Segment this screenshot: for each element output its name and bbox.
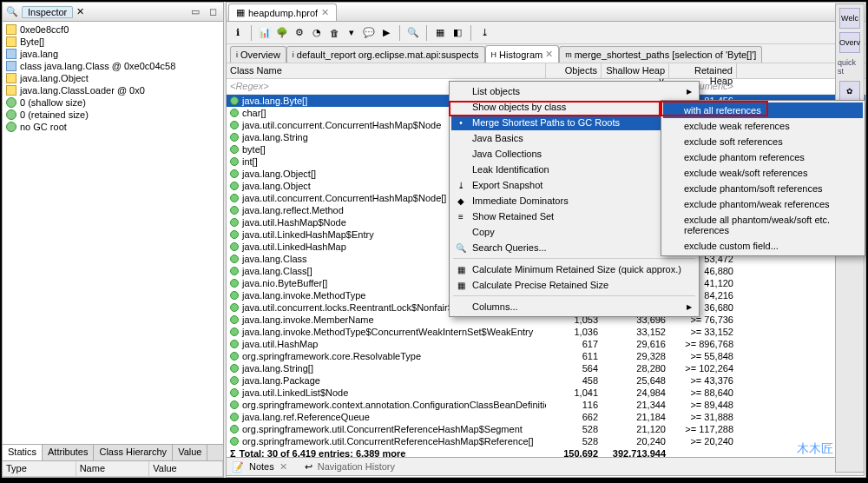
menu-item[interactable]: exclude phantom/soft references	[663, 181, 863, 196]
tree-item[interactable]: 0 (shallow size)	[4, 96, 221, 109]
close-icon[interactable]: ✕	[545, 49, 553, 60]
editor-tab-row: ▦ heapdump.hprof ✕ ▭ ◻	[227, 3, 865, 22]
menu-item[interactable]: exclude weak references	[663, 118, 863, 134]
msg-icon[interactable]: 💬	[361, 25, 377, 41]
chart-icon[interactable]: ◔	[309, 25, 325, 41]
menu-label: Calculate Precise Retained Size	[472, 280, 608, 290]
item-icon	[6, 109, 16, 120]
col-retained[interactable]: Retained Heap	[669, 63, 737, 78]
menu-item[interactable]: ▦Calculate Precise Retained Size	[451, 277, 697, 293]
tree-item[interactable]: 0 (retained size)	[4, 109, 221, 121]
editor-tab[interactable]: ▦ heapdump.hprof ✕	[228, 3, 337, 21]
tree-item[interactable]: 0xe0e8ccf0	[4, 23, 221, 36]
menu-item[interactable]: exclude phantom references	[663, 149, 863, 165]
overview-shortcut[interactable]: Overv	[839, 32, 860, 53]
table-row[interactable]: org.springframework.core.ResolvableType6…	[227, 350, 865, 362]
class-name: java.lang.ref.ReferenceQueue	[242, 412, 370, 422]
grid-icon[interactable]: ▦	[432, 25, 448, 41]
class-icon	[230, 328, 239, 336]
inspector-title[interactable]: Inspector	[22, 6, 73, 18]
table-row[interactable]: java.util.LinkedList$Node1,04124,984>= 8…	[227, 387, 865, 399]
col-shallow[interactable]: Shallow Heap ∨	[602, 63, 669, 78]
tree-item[interactable]: java.lang	[4, 48, 221, 60]
table-header: Class Name Objects Shallow Heap ∨ Retain…	[227, 63, 865, 79]
tab-statics[interactable]: Statics	[3, 445, 43, 460]
threads-icon[interactable]: ⚙	[292, 25, 307, 41]
tab-class hierarchy[interactable]: Class Hierarchy	[94, 445, 173, 460]
tab-attributes[interactable]: Attributes	[43, 445, 94, 460]
col-hdr[interactable]: Name	[76, 461, 150, 476]
tab-notes[interactable]: Notes	[249, 461, 274, 472]
tree-item[interactable]: java.lang.ClassLoader @ 0x0	[4, 84, 221, 96]
tree-icon[interactable]: 🌳	[274, 25, 290, 41]
class-icon	[230, 352, 239, 361]
table-row[interactable]: java.util.HashMap61729,616>= 896,768	[227, 338, 865, 350]
class-name: java.util.concurrent.locks.ReentrantLock…	[242, 302, 469, 313]
run-icon[interactable]: ▶	[378, 25, 394, 41]
col-hdr[interactable]: Value	[149, 461, 223, 476]
trash-icon[interactable]: 🗑	[326, 25, 342, 41]
menu-item[interactable]: exclude phantom/weak references	[663, 196, 863, 212]
menu-item[interactable]: List objects	[451, 83, 697, 99]
class-icon	[230, 303, 239, 312]
item-icon	[6, 97, 16, 108]
table-row[interactable]: org.springframework.util.ConcurrentRefer…	[227, 423, 865, 435]
table-row[interactable]: org.springframework.context.annotation.C…	[227, 399, 865, 411]
class-icon	[230, 96, 239, 105]
class-icon	[230, 206, 239, 215]
menu-item[interactable]: exclude weak/soft references	[663, 165, 863, 181]
search-icon[interactable]: 🔍	[405, 25, 421, 41]
overview-icon[interactable]: ℹ	[230, 25, 246, 41]
sub-tab[interactable]: mmerge_shortest_paths [selection of 'Byt…	[559, 46, 762, 63]
minimize-icon[interactable]: ▭	[188, 5, 202, 19]
tree-item[interactable]: class java.lang.Class @ 0xe0c04c58	[4, 60, 221, 72]
item-icon	[6, 73, 16, 83]
tree-item[interactable]: java.lang.Object	[4, 72, 221, 84]
menu-item[interactable]: with all references	[663, 103, 863, 118]
class-name: org.springframework.util.ConcurrentRefer…	[242, 436, 534, 447]
col-objects[interactable]: Objects	[546, 63, 602, 78]
wizard-icon[interactable]: ▾	[344, 25, 359, 41]
class-icon	[230, 388, 239, 397]
submenu[interactable]: with all referencesexclude weak referenc…	[661, 100, 865, 256]
export-icon[interactable]: ⤓	[477, 25, 492, 41]
maximize-icon[interactable]: ◻	[206, 5, 220, 19]
file-icon: ▦	[236, 7, 245, 18]
table-row[interactable]: org.springframework.util.ConcurrentRefer…	[227, 435, 865, 447]
class-name: java.util.LinkedHashMap	[242, 242, 346, 252]
close-icon[interactable]: ✕	[321, 7, 329, 18]
col-classname[interactable]: Class Name	[227, 63, 546, 78]
menu-icon: ◆	[455, 195, 467, 207]
menu-item[interactable]: ▦Calculate Minimum Retained Size (quick …	[451, 261, 697, 277]
menu-item[interactable]: exclude soft references	[663, 134, 863, 149]
menu-label: Search Queries...	[472, 242, 547, 253]
help-icon[interactable]: ✿	[839, 81, 860, 102]
table-row[interactable]: java.lang.invoke.MethodType$ConcurrentWe…	[227, 326, 865, 338]
tab-value[interactable]: Value	[173, 445, 207, 460]
tab-nav-history[interactable]: Navigation History	[318, 461, 395, 472]
close-icon[interactable]: ✕	[76, 6, 84, 17]
sub-tab[interactable]: HHistogram✕	[485, 45, 560, 63]
table-row[interactable]: java.lang.String[]56428,280>= 102,264	[227, 362, 865, 374]
histogram-icon[interactable]: 📊	[257, 25, 273, 41]
class-icon	[230, 255, 239, 263]
col-hdr[interactable]: Type	[3, 461, 76, 476]
table-row[interactable]: java.lang.ref.ReferenceQueue66221,184>= …	[227, 411, 865, 423]
menu-item[interactable]: Columns...	[451, 299, 697, 314]
welcome-icon[interactable]: Welc	[839, 8, 860, 29]
menu-item[interactable]: exclude custom field...	[663, 238, 863, 254]
watermark: 木木匠	[797, 441, 833, 457]
class-icon	[230, 109, 239, 117]
menu-icon: ▦	[455, 279, 467, 291]
menu-icon: 🔍	[455, 242, 467, 254]
nav-icon[interactable]: ◧	[450, 25, 465, 41]
close-icon[interactable]: ✕	[279, 461, 287, 473]
tree-item[interactable]: Byte[]	[4, 36, 221, 48]
sub-tab[interactable]: idefault_report org.eclipse.mat.api:susp…	[286, 46, 485, 63]
sub-tab[interactable]: iOverview	[230, 46, 286, 63]
item-icon	[6, 85, 16, 96]
tree-item[interactable]: no GC root	[4, 121, 221, 133]
menu-item[interactable]: exclude all phantom/weak/soft etc. refer…	[663, 212, 863, 238]
class-icon	[230, 364, 239, 373]
table-row[interactable]: java.lang.Package45825,648>= 43,376	[227, 374, 865, 387]
